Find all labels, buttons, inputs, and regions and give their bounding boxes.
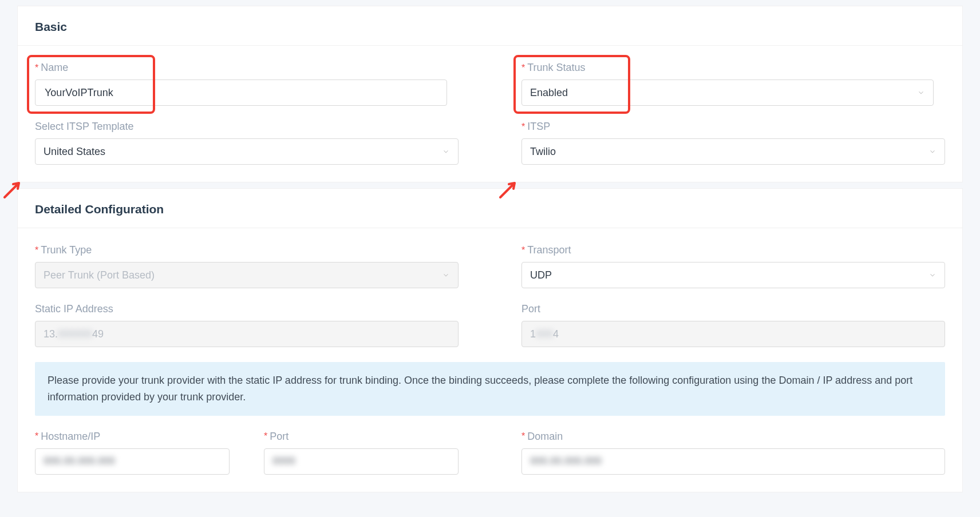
itsp-template-field: Select ITSP Template United States (35, 121, 459, 165)
itsp-template-select[interactable]: United States (35, 138, 459, 165)
transport-label: Transport (527, 244, 571, 256)
trunk-type-select: Peer Trunk (Port Based) (35, 262, 459, 288)
required-asterisk: * (521, 246, 525, 255)
trunk-type-field: * Trunk Type Peer Trunk (Port Based) (35, 244, 459, 288)
trunk-status-highlight-box: * Trunk Status Enabled (515, 56, 629, 113)
trunk-status-field-wrapper: * Trunk Status Enabled (521, 62, 945, 106)
static-ip-input: 13.00000049 (35, 321, 459, 347)
required-asterisk: * (521, 63, 525, 73)
name-input-container[interactable] (35, 79, 447, 106)
chevron-down-icon (917, 89, 925, 97)
port2-field: * Port 0000 (264, 431, 459, 475)
name-highlight-box: * Name (28, 56, 154, 113)
domain-label: Domain (527, 431, 563, 443)
transport-field: * Transport UDP (521, 244, 945, 288)
chevron-down-icon (928, 148, 936, 156)
trunk-status-label: Trunk Status (527, 62, 585, 74)
basic-panel-header: Basic (18, 6, 962, 46)
detailed-panel: Detailed Configuration * Trunk Type Peer… (17, 188, 963, 492)
hostname-label: Hostname/IP (41, 431, 100, 443)
port-value: 10004 (530, 328, 559, 340)
port-field: Port 10004 (521, 303, 945, 347)
port-label: Port (521, 303, 540, 315)
trunk-type-value: Peer Trunk (Port Based) (44, 269, 442, 281)
hostname-port-row: * Hostname/IP 000.00.000.000 * Port (35, 431, 459, 475)
port-input: 10004 (521, 321, 945, 347)
chevron-down-icon (442, 148, 450, 156)
required-asterisk: * (35, 246, 38, 255)
basic-title: Basic (35, 20, 945, 34)
domain-input[interactable]: 000.00.000.000 (521, 448, 945, 475)
port2-input[interactable]: 0000 (264, 448, 459, 475)
required-asterisk: * (264, 432, 267, 441)
itsp-label: ITSP (527, 121, 550, 133)
trunk-type-label: Trunk Type (41, 244, 92, 256)
itsp-select[interactable]: Twilio (521, 138, 945, 165)
hostname-field: * Hostname/IP 000.00.000.000 (35, 431, 230, 475)
hostname-value: 000.00.000.000 (44, 455, 115, 467)
chevron-down-icon (442, 271, 450, 279)
static-ip-label: Static IP Address (35, 303, 113, 315)
info-message: Please provide your trunk provider with … (35, 362, 945, 416)
itsp-template-label: Select ITSP Template (35, 121, 133, 133)
detailed-title: Detailed Configuration (35, 202, 945, 216)
basic-panel: Basic * Name (17, 6, 963, 182)
domain-value: 000.00.000.000 (530, 455, 602, 467)
itsp-template-value: United States (44, 146, 442, 158)
name-label: Name (41, 62, 68, 74)
required-asterisk: * (521, 432, 525, 441)
trunk-status-value: Enabled (530, 87, 917, 99)
required-asterisk: * (521, 122, 525, 132)
transport-value: UDP (530, 269, 928, 281)
port2-value: 0000 (272, 455, 295, 467)
name-field-wrapper: * Name (35, 62, 459, 106)
itsp-value: Twilio (530, 146, 928, 158)
static-ip-value: 13.00000049 (44, 328, 104, 340)
required-asterisk: * (35, 432, 38, 441)
domain-field: * Domain 000.00.000.000 (521, 431, 945, 475)
name-input[interactable] (44, 86, 438, 100)
transport-select[interactable]: UDP (521, 262, 945, 288)
itsp-field: * ITSP Twilio (521, 121, 945, 165)
static-ip-field: Static IP Address 13.00000049 (35, 303, 459, 347)
detailed-panel-header: Detailed Configuration (18, 189, 962, 228)
chevron-down-icon (928, 271, 936, 279)
hostname-input[interactable]: 000.00.000.000 (35, 448, 230, 475)
trunk-status-select[interactable]: Enabled (521, 79, 934, 106)
required-asterisk: * (35, 63, 38, 73)
port2-label: Port (270, 431, 289, 443)
